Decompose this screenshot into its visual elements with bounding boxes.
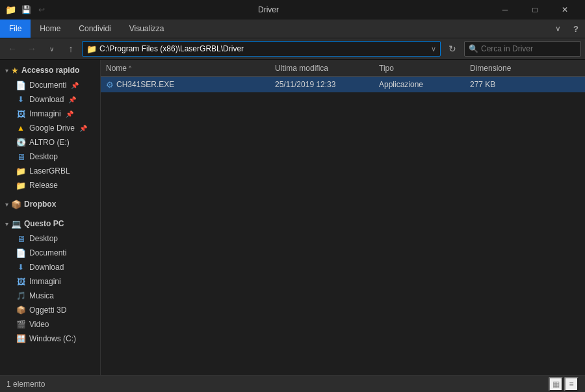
col-header-name[interactable]: Nome ^ — [106, 64, 275, 73]
title-bar: 📁 💾 ↩ Driver ─ □ ✕ — [0, 0, 585, 20]
sidebar-item-musica[interactable]: 🎵 Musica — [0, 289, 100, 303]
dropdown-recent-button[interactable]: ∨ — [43, 40, 60, 57]
pin-icon-3: 📌 — [66, 111, 73, 118]
col-size-label: Dimensione — [470, 64, 511, 73]
desktop-quick-icon: 🖥 — [16, 151, 26, 162]
immagini-pc-label: Immagini — [29, 277, 61, 286]
dropbox-icon: 📦 — [11, 200, 21, 209]
col-header-date[interactable]: Ultima modifica — [275, 64, 379, 73]
download-quick-label: Download — [29, 95, 64, 104]
app-icon-folder: 📁 — [5, 5, 16, 15]
app-icon-undo: ↩ — [36, 5, 47, 15]
search-bar[interactable]: 🔍 — [464, 41, 581, 57]
gdrive-icon: ▲ — [16, 123, 26, 133]
address-dropdown-icon[interactable]: ∨ — [431, 45, 436, 53]
accesso-rapido-label: Accesso rapido — [21, 66, 79, 75]
minimize-button[interactable]: ─ — [490, 0, 520, 20]
documenti-quick-icon: 📄 — [16, 80, 26, 90]
sidebar-group-questo-pc[interactable]: ▾ 💻 Questo PC — [0, 216, 100, 231]
immagini-quick-icon: 🖼 — [16, 109, 26, 119]
documenti-pc-label: Documenti — [29, 248, 66, 257]
sidebar-group-accesso-rapido[interactable]: ▾ ★ Accesso rapido — [0, 62, 100, 78]
sidebar-group-dropbox[interactable]: ▾ 📦 Dropbox — [0, 196, 100, 212]
questo-pc-icon: 💻 — [11, 219, 21, 229]
file-size-cell: 277 KB — [470, 80, 585, 89]
sidebar-item-altro[interactable]: 💽 ALTRO (E:) — [0, 135, 100, 150]
sidebar-item-gdrive[interactable]: ▲ Google Drive 📌 — [0, 121, 100, 135]
download-quick-icon: ⬇ — [16, 94, 26, 105]
sidebar-item-desktop-quick[interactable]: 🖥 Desktop — [0, 150, 100, 164]
questo-pc-label: Questo PC — [24, 219, 64, 228]
window-title: Driver — [51, 5, 486, 14]
windows-icon: 🪟 — [16, 333, 26, 344]
lasergrbl-icon: 📁 — [16, 166, 26, 176]
status-bar: 1 elemento ▦ ≡ — [0, 375, 585, 392]
file-list: ⚙ CH341SER.EXE 25/11/2019 12:33 Applicaz… — [101, 77, 585, 375]
sidebar: ▾ ★ Accesso rapido 📄 Documenti 📌 ⬇ Downl… — [0, 60, 101, 375]
oggetti3d-label: Oggetti 3D — [29, 306, 66, 315]
release-label: Release — [29, 181, 58, 190]
gdrive-label: Google Drive — [29, 124, 75, 133]
close-button[interactable]: ✕ — [550, 0, 580, 20]
sort-arrow-name: ^ — [129, 65, 131, 72]
video-icon: 🎬 — [16, 319, 26, 330]
sidebar-item-documenti-quick[interactable]: 📄 Documenti 📌 — [0, 78, 100, 92]
immagini-pc-icon: 🖼 — [16, 276, 26, 287]
documenti-pc-icon: 📄 — [16, 248, 26, 258]
tab-visualizza[interactable]: Visualizza — [120, 20, 174, 38]
ribbon-right-controls: ∨ ? — [549, 20, 585, 38]
sidebar-item-video[interactable]: 🎬 Video — [0, 317, 100, 332]
address-path: C:\Program Files (x86)\LaserGRBL\Driver — [99, 44, 428, 53]
desktop-quick-label: Desktop — [29, 152, 58, 161]
up-button[interactable]: ↑ — [62, 40, 79, 57]
tab-home[interactable]: Home — [31, 20, 70, 38]
maximize-button[interactable]: □ — [520, 0, 550, 20]
sidebar-item-oggetti3d[interactable]: 📦 Oggetti 3D — [0, 303, 100, 317]
sidebar-item-lasergrbl[interactable]: 📁 LaserGRBL — [0, 164, 100, 178]
forward-button[interactable]: → — [23, 40, 40, 57]
refresh-button[interactable]: ↻ — [443, 40, 462, 57]
col-date-label: Ultima modifica — [275, 64, 328, 73]
main-layout: ▾ ★ Accesso rapido 📄 Documenti 📌 ⬇ Downl… — [0, 60, 585, 375]
documenti-quick-label: Documenti — [29, 81, 66, 90]
sidebar-item-download-quick[interactable]: ⬇ Download 📌 — [0, 92, 100, 107]
col-header-type[interactable]: Tipo — [379, 64, 470, 73]
search-icon: 🔍 — [469, 44, 478, 53]
col-header-size[interactable]: Dimensione — [470, 64, 585, 73]
search-input[interactable] — [481, 44, 566, 53]
grid-view-button[interactable]: ▦ — [549, 377, 563, 391]
back-button[interactable]: ← — [4, 40, 21, 57]
sidebar-item-documenti-pc[interactable]: 📄 Documenti — [0, 246, 100, 260]
file-date-cell: 25/11/2019 12:33 — [275, 80, 379, 89]
file-type: Applicazione — [379, 80, 423, 89]
address-folder-icon: 📁 — [86, 44, 97, 54]
sidebar-bottom-space — [0, 346, 100, 365]
dropbox-label: Dropbox — [24, 200, 56, 209]
pin-icon-2: 📌 — [68, 96, 76, 103]
column-headers: Nome ^ Ultima modifica Tipo Dimensione — [101, 60, 585, 77]
ribbon-collapse-icon[interactable]: ∨ — [549, 20, 567, 38]
video-label: Video — [29, 320, 49, 329]
sidebar-item-windows[interactable]: 🪟 Windows (C:) — [0, 332, 100, 346]
help-icon[interactable]: ? — [567, 20, 585, 38]
musica-icon: 🎵 — [16, 291, 26, 301]
oggetti3d-icon: 📦 — [16, 305, 26, 315]
sidebar-item-immagini-pc[interactable]: 🖼 Immagini — [0, 274, 100, 289]
pin-icon: 📌 — [71, 82, 79, 89]
altro-icon: 💽 — [16, 137, 26, 148]
sidebar-item-release[interactable]: 📁 Release — [0, 178, 100, 192]
desktop-pc-icon: 🖥 — [16, 233, 26, 244]
star-icon: ★ — [11, 66, 19, 75]
sidebar-item-immagini-quick[interactable]: 🖼 Immagini 📌 — [0, 107, 100, 121]
file-pane: Nome ^ Ultima modifica Tipo Dimensione ⚙… — [101, 60, 585, 375]
window-controls: ─ □ ✕ — [490, 0, 580, 20]
col-type-label: Tipo — [379, 64, 394, 73]
tab-file[interactable]: File — [0, 20, 31, 38]
file-row-ch341ser[interactable]: ⚙ CH341SER.EXE 25/11/2019 12:33 Applicaz… — [101, 77, 585, 92]
tab-condividi[interactable]: Condividi — [70, 20, 120, 38]
sidebar-item-desktop-pc[interactable]: 🖥 Desktop — [0, 231, 100, 246]
sidebar-item-download-pc[interactable]: ⬇ Download — [0, 260, 100, 274]
address-bar[interactable]: 📁 C:\Program Files (x86)\LaserGRBL\Drive… — [82, 41, 441, 57]
col-name-label: Nome — [106, 64, 127, 73]
list-view-button[interactable]: ≡ — [564, 377, 578, 391]
